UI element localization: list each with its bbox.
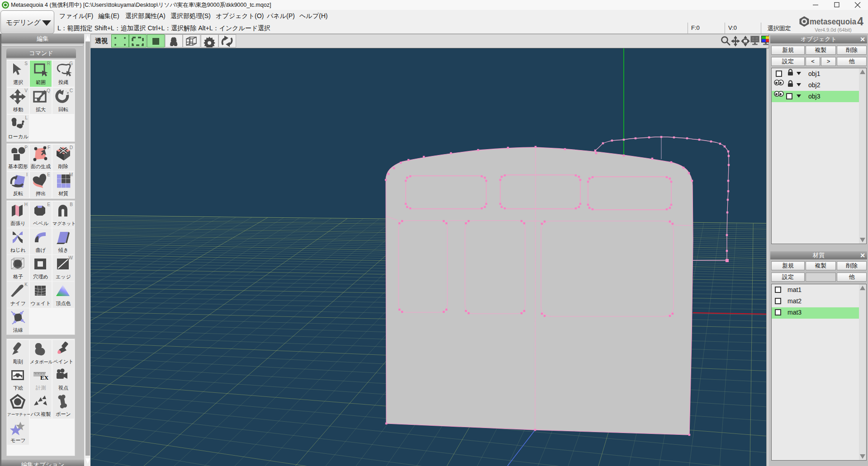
svg-text:obj2: obj2	[808, 81, 821, 89]
svg-text:mat1: mat1	[787, 286, 802, 293]
svg-text:Ver4.9.0d (64bit): Ver4.9.0d (64bit)	[815, 27, 851, 33]
svg-text:mat2: mat2	[787, 297, 802, 305]
svg-text:EX: EX	[40, 374, 49, 381]
svg-text:4: 4	[857, 15, 863, 28]
svg-text:metasequoia: metasequoia	[810, 17, 856, 26]
svg-text:obj3: obj3	[808, 93, 821, 100]
svg-text:mat3: mat3	[787, 309, 802, 316]
svg-text:obj1: obj1	[808, 70, 821, 77]
